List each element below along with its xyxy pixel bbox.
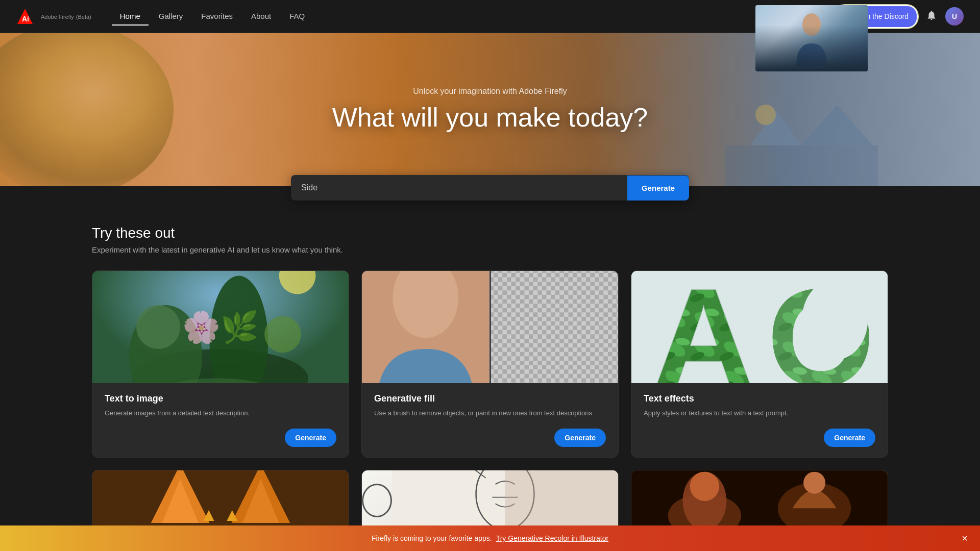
main-content: Try these out Experiment with the latest… [0,201,980,531]
notification-text: Firefly is coming to your favorite apps. [372,534,492,542]
card-gf-body: Generative fill Use a brush to remove ob… [362,383,618,429]
notification-close-button[interactable]: × [962,533,968,544]
svg-marker-5 [801,105,873,145]
brand-name: Adobe Firefly(Beta) [39,12,91,21]
card-partial-img-2 [362,470,618,531]
adobe-logo-icon: Ai [16,8,34,25]
video-person [755,5,868,71]
hero-content: Unlock your imagination with Adobe Firef… [332,87,648,133]
card-te-desc: Apply styles or textures to text with a … [644,408,875,418]
nav-gallery[interactable]: Gallery [151,8,191,26]
bell-icon[interactable] [926,10,937,23]
section-subtitle: Experiment with the latest in generative… [92,245,888,254]
person-silhouette [791,10,832,66]
svg-point-2 [802,13,821,36]
svg-rect-43 [505,470,618,531]
notification-link[interactable]: Try Generative Recolor in Illustrator [496,534,608,542]
search-container: Generate [0,175,980,201]
hero-subtitle: Unlock your imagination with Adobe Firef… [332,87,648,96]
svg-point-6 [755,105,776,125]
card-generative-fill: Generative fill Use a brush to remove ob… [361,270,619,458]
card-te-body: Text effects Apply styles or textures to… [631,383,888,429]
nav-about[interactable]: About [243,8,279,26]
nav-home[interactable]: Home [112,8,149,26]
hero-title: What will you make today? [332,102,648,133]
svg-text:A: A [653,271,754,383]
card-text-effects: A A A O [631,270,888,458]
card-text-to-image: Text to image Generate images from a det… [92,270,349,458]
svg-point-13 [264,316,301,353]
svg-point-47 [690,471,719,500]
card-partial-3 [631,470,888,531]
svg-point-12 [136,305,180,349]
card-te-image: A A A O [631,271,888,383]
svg-rect-34 [92,470,349,531]
search-bar: Generate [291,175,689,201]
card-gf-generate-button[interactable]: Generate [554,429,606,447]
nav-favorites[interactable]: Favorites [193,8,241,26]
svg-rect-21 [490,271,618,383]
card-tti-body: Text to image Generate images from a det… [92,383,349,429]
search-input[interactable] [291,175,627,201]
cards-partial-grid [92,470,888,531]
svg-point-49 [803,471,825,493]
nav-faq[interactable]: FAQ [281,8,313,26]
card-partial-img-1 [92,470,349,531]
generate-button[interactable]: Generate [627,176,689,201]
card-partial-2 [361,470,619,531]
svg-text:Ai: Ai [22,15,29,23]
card-tti-image [92,271,349,383]
card-gf-image [362,271,618,383]
card-te-footer: Generate [631,429,888,457]
card-gf-footer: Generate [362,429,618,457]
card-partial-img-3 [631,470,888,531]
card-gf-title: Generative fill [374,393,606,404]
section-title: Try these out [92,225,888,241]
svg-point-33 [802,280,868,360]
cards-grid: Text to image Generate images from a det… [92,270,888,458]
card-gf-desc: Use a brush to remove objects, or paint … [374,408,606,418]
card-partial-1 [92,470,349,531]
card-tti-title: Text to image [105,393,336,404]
notification-bar: Firefly is coming to your favorite apps.… [0,525,980,551]
card-te-generate-button[interactable]: Generate [824,429,875,447]
card-tti-footer: Generate [92,429,349,457]
avatar[interactable]: U [945,7,964,26]
hero-landscape [725,94,878,186]
nav-links: Home Gallery Favorites About FAQ [112,8,834,26]
card-te-title: Text effects [644,393,875,404]
video-overlay [755,5,868,71]
card-tti-desc: Generate images from a detailed text des… [105,408,336,418]
card-tti-generate-button[interactable]: Generate [285,429,336,447]
nav-logo[interactable]: Ai Adobe Firefly(Beta) [16,8,91,25]
hero-face-decoration [0,33,174,186]
